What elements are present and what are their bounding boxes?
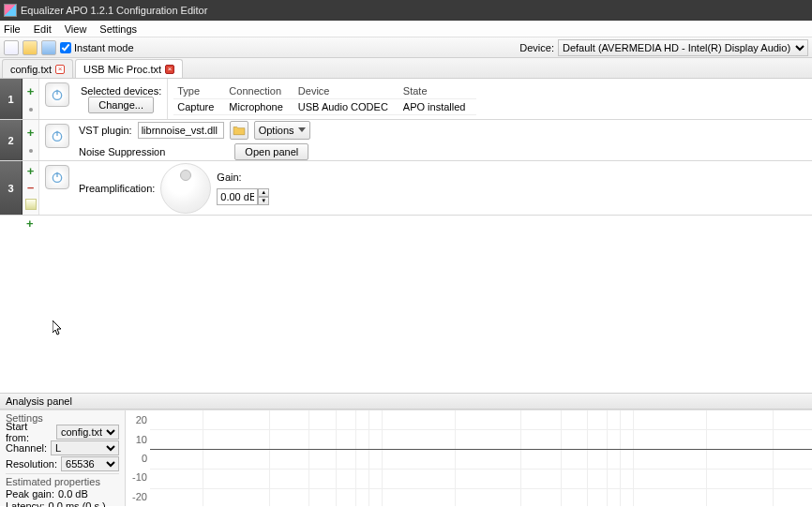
latency-label: Latency: [6, 500, 45, 507]
vst-plugin-name: Noise Suppression [79, 146, 165, 157]
instant-mode-label: Instant mode [74, 42, 134, 53]
resolution-select[interactable]: 65536 [61, 456, 119, 471]
vst-plugin-label: VST plugin: [79, 125, 132, 136]
estimated-heading: Estimated properties [6, 476, 119, 487]
devices-table: Type Connection Device State Capture Mic… [173, 83, 476, 115]
close-dirty-icon[interactable]: × [165, 65, 174, 74]
peak-gain-label: Peak gain: [6, 488, 54, 500]
power-toggle[interactable] [45, 82, 69, 107]
vst-options-dropdown[interactable]: Options [254, 121, 310, 140]
filter-row-1: 1 + Selected devices: Change... Type Con… [0, 79, 812, 120]
gain-dial[interactable] [160, 163, 211, 214]
cursor-icon [53, 321, 64, 339]
analysis-panel-header: Analysis panel [0, 393, 812, 410]
row-tools: + – [23, 161, 39, 215]
window-titlebar: Equalizer APO 1.2.1 Configuration Editor [0, 0, 812, 21]
vst-plugin-input[interactable] [138, 122, 224, 139]
y-axis: 20 10 0 -10 -20 [126, 410, 150, 506]
drag-handle-icon[interactable] [29, 149, 33, 153]
analysis-settings: Settings Start from: config.txt Channel:… [0, 410, 126, 506]
row-tools: + [23, 120, 39, 160]
preamp-label: Preamplification: [79, 183, 155, 194]
menu-edit[interactable]: Edit [34, 23, 52, 35]
drag-handle-icon[interactable] [29, 108, 33, 112]
browse-plugin-button[interactable] [230, 121, 248, 140]
device-select[interactable]: Default (AVERMEDIA HD - Intel(R) Display… [558, 39, 808, 56]
file-tabs: config.txt × USB Mic Proc.txt × [0, 58, 812, 79]
power-toggle[interactable] [45, 124, 69, 148]
tab-usb-mic-proc[interactable]: USB Mic Proc.txt × [75, 59, 183, 78]
window-title: Equalizer APO 1.2.1 Configuration Editor [21, 5, 207, 16]
analysis-panel: Settings Start from: config.txt Channel:… [0, 410, 812, 506]
tab-label: USB Mic Proc.txt [83, 64, 161, 75]
analysis-title: Analysis panel [6, 395, 72, 407]
add-icon[interactable]: + [26, 218, 34, 230]
tick: 0 [142, 453, 147, 464]
tick: -20 [132, 491, 147, 502]
edit-icon[interactable] [25, 199, 37, 210]
filter-rows-area: 1 + Selected devices: Change... Type Con… [0, 79, 812, 393]
tick: 20 [136, 414, 147, 425]
new-file-button[interactable] [4, 40, 19, 55]
col-device: Device [294, 83, 399, 99]
cell-state: APO installed [399, 98, 477, 114]
cell-type: Capture [173, 98, 225, 114]
filter-row-3: 3 + – Preamplification: Gain: ▲ [0, 161, 812, 216]
append-row: + [0, 216, 812, 232]
spin-up-icon[interactable]: ▲ [258, 188, 269, 197]
start-from-select[interactable]: config.txt [56, 425, 119, 440]
options-label: Options [259, 125, 294, 136]
open-file-button[interactable] [23, 40, 38, 55]
cell-connection: Microphone [225, 98, 293, 114]
menubar: File Edit View Settings [0, 21, 812, 37]
power-icon [50, 128, 65, 143]
menu-view[interactable]: View [65, 23, 87, 35]
close-icon[interactable]: × [55, 65, 65, 74]
cell-device: USB Audio CODEC [294, 98, 399, 114]
open-panel-button[interactable]: Open panel [234, 143, 308, 160]
col-state: State [399, 83, 477, 99]
col-connection: Connection [225, 83, 293, 99]
menu-file[interactable]: File [4, 23, 21, 35]
change-devices-button[interactable]: Change... [88, 97, 154, 113]
toolbar: Instant mode Device: Default (AVERMEDIA … [0, 37, 812, 58]
spin-down-icon[interactable]: ▼ [258, 197, 269, 205]
row-number: 2 [0, 120, 23, 160]
zero-line [150, 449, 812, 450]
tab-label: config.txt [10, 64, 52, 75]
chevron-down-icon [298, 127, 306, 132]
add-icon[interactable]: + [27, 166, 35, 177]
save-file-button[interactable] [41, 40, 56, 55]
instant-mode-checkbox[interactable] [60, 42, 71, 53]
add-icon[interactable]: + [27, 127, 35, 139]
channel-label: Channel: [6, 442, 47, 454]
app-icon [4, 4, 17, 17]
analysis-graph[interactable] [150, 410, 812, 506]
folder-icon [233, 125, 246, 136]
gain-spinner[interactable]: ▲ ▼ [217, 188, 269, 205]
tick: -10 [132, 471, 147, 483]
col-type: Type [173, 83, 225, 99]
device-label: Device: [519, 42, 554, 53]
peak-gain-value: 0.0 dB [58, 488, 88, 500]
power-icon [50, 87, 65, 102]
power-toggle[interactable] [45, 165, 69, 189]
menu-settings[interactable]: Settings [99, 23, 137, 35]
resolution-label: Resolution: [6, 458, 57, 470]
gain-label: Gain: [217, 171, 269, 183]
selected-devices-label: Selected devices: [81, 85, 161, 97]
remove-icon[interactable]: – [27, 182, 34, 193]
tick: 10 [136, 434, 147, 445]
row-tools: + [23, 79, 39, 119]
tab-config[interactable]: config.txt × [2, 59, 73, 78]
row-number: 1 [0, 79, 23, 119]
filter-row-2: 2 + VST plugin: Options [0, 120, 812, 161]
add-icon[interactable]: + [27, 86, 35, 97]
table-row: Capture Microphone USB Audio CODEC APO i… [173, 98, 476, 114]
gain-input[interactable] [217, 188, 258, 205]
power-icon [50, 170, 65, 185]
channel-select[interactable]: L [51, 440, 119, 455]
latency-value: 0.0 ms (0 s.) [49, 500, 106, 507]
row-number: 3 [0, 161, 23, 215]
